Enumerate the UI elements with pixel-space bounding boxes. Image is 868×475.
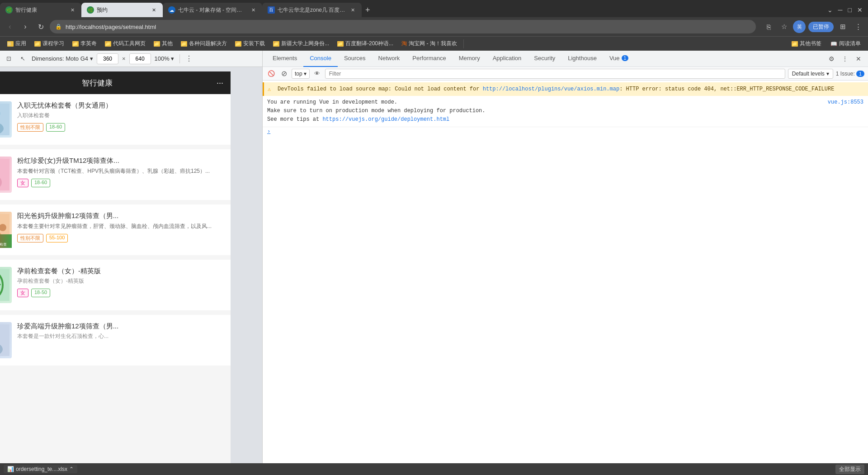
bookmark-button[interactable]: ☆	[778, 20, 790, 33]
tab-network[interactable]: Network	[372, 51, 406, 67]
info-line-3: See more tips at https://vuejs.org/guide…	[267, 115, 863, 124]
lock-icon: 🔒	[55, 24, 62, 30]
tab-zhixing[interactable]: 🌿 智行健康 ✕	[0, 3, 81, 17]
tab-security[interactable]: Security	[528, 51, 561, 67]
status-file[interactable]: 📊 ordersetting_te....xlsx ⌃	[4, 465, 77, 473]
list-item[interactable]: 粉红珍爱(女)升级TM12项筛查体... 本套餐针对宫颈（TCT检查、HPV乳头…	[0, 149, 231, 200]
tab-vue[interactable]: Vue 1	[603, 51, 635, 67]
console-expand-button[interactable]: ›	[263, 127, 868, 136]
tab-lighthouse[interactable]: Lighthouse	[561, 51, 603, 67]
list-item[interactable]: 入职无忧体检套餐（男女通用） 入职体检套餐 性别不限 18-60	[0, 94, 231, 145]
reload-button[interactable]: ↻	[34, 20, 47, 33]
deployment-link[interactable]: https://vuejs.org/guide/deployment.html	[322, 116, 449, 123]
list-item[interactable]: 珍爱高端升级肿瘤12项筛查（男... 本套餐是一款针对生化石顶检查，心...	[0, 315, 231, 366]
device-toolbar: ⊡ ↖ Dimensions: Moto G4 ▾ × 100% ▾ ⋮	[0, 51, 262, 67]
new-tab-button[interactable]: +	[362, 3, 374, 17]
tab-performance[interactable]: Performance	[406, 51, 452, 67]
zoom-dropdown-icon: ▾	[171, 55, 174, 62]
filter-button[interactable]: ⊘	[279, 69, 289, 79]
cast-button[interactable]: ⎘	[762, 20, 775, 33]
package-name-3: 阳光爸妈升级肿瘤12项筛查（男...	[17, 212, 223, 220]
bookmark-xinjiang[interactable]: 📁 新疆大学上网身份...	[269, 38, 333, 49]
address-bar[interactable]: 🔒 http://localhost/pages/setmeal.html	[50, 20, 756, 33]
bookmark-tools[interactable]: 📁 代码工具网页	[101, 38, 149, 49]
responsive-icon[interactable]: ⊡	[4, 54, 14, 63]
signed-in-button[interactable]: 已暂停	[808, 22, 834, 32]
devtools-more-button[interactable]: ⋮	[839, 53, 851, 65]
package-info-1: 入职无忧体检套餐（男女通用） 入职体检套餐 性别不限 18-60	[17, 101, 223, 138]
tab-title-4: 七牛云华北是zone几 百度搜索	[278, 6, 346, 14]
eye-button[interactable]: 👁	[312, 69, 322, 79]
svg-rect-4	[0, 159, 9, 190]
error-link[interactable]: http://localhost/plugins/vue/axios.min.m…	[483, 86, 619, 92]
tab-close-4[interactable]: ✕	[349, 6, 356, 14]
bookmark-taobao[interactable]: 淘 淘宝网 - 淘！我喜欢	[398, 38, 461, 49]
tab-close-2[interactable]: ✕	[150, 6, 157, 14]
package-sub-5: 本套餐是一款针对生化石顶检查，心...	[17, 332, 223, 340]
inspect-toggle[interactable]: ↖	[18, 54, 28, 63]
tab-console[interactable]: Console	[303, 51, 338, 67]
tab-close-3[interactable]: ✕	[250, 6, 257, 14]
tab-sources[interactable]: Sources	[338, 51, 372, 67]
package-info-3: 阳光爸妈升级肿瘤12项筛查（男... 本套餐主要针对常见肿瘤筛查，肝肾、颈动脉、…	[17, 212, 223, 248]
forward-button[interactable]: ›	[19, 20, 32, 33]
devtools-panel: Elements Console Sources Network Perform…	[262, 51, 868, 463]
tab-elements[interactable]: Elements	[266, 51, 303, 67]
bookmark-other[interactable]: 📁 其他	[150, 38, 176, 49]
filter-input[interactable]	[325, 69, 785, 79]
tab-qiniu2[interactable]: 百 七牛云华北是zone几 百度搜索 ✕	[262, 3, 362, 17]
profile-button[interactable]: 英	[793, 20, 806, 33]
dimension-separator: ×	[122, 55, 126, 62]
vue-source-link[interactable]: vue.js:8553	[828, 98, 863, 107]
bookmark-apps[interactable]: ⊞ 应用	[4, 38, 30, 49]
address-text: http://localhost/pages/setmeal.html	[66, 24, 156, 30]
restore-button[interactable]: □	[846, 5, 854, 15]
width-input[interactable]	[97, 53, 118, 64]
bookmark-other-bookmarks[interactable]: 📁 其他书签	[788, 38, 825, 49]
level-label: Default levels	[792, 71, 825, 77]
minimize-button[interactable]: ─	[836, 5, 844, 15]
package-image-4	[0, 267, 12, 303]
bookmark-courses[interactable]: 📁 课程学习	[31, 38, 68, 49]
devtools-settings-button[interactable]: ⚙	[826, 53, 837, 65]
tab-qiniu1[interactable]: ☁ 七牛云 - 对象存储 - 空间概览 ✕	[163, 3, 262, 17]
menu-button[interactable]: ⋮	[852, 20, 864, 33]
device-dropdown-icon: ▾	[90, 55, 93, 62]
level-selector[interactable]: Default levels ▾	[788, 69, 833, 79]
bookmark-baidu-trans[interactable]: 📁 百度翻译-200种语...	[334, 38, 397, 49]
tab-title-2: 预约	[97, 6, 147, 14]
tab-memory[interactable]: Memory	[453, 51, 486, 67]
clear-console-button[interactable]: 🚫	[266, 69, 276, 79]
issues-badge: 1	[856, 71, 864, 77]
tag-female-2: 女	[17, 179, 28, 187]
context-selector[interactable]: top ▾	[292, 69, 310, 79]
bookmark-li[interactable]: 📁 李英奇	[69, 38, 100, 49]
tab-close-1[interactable]: ✕	[69, 6, 76, 14]
more-options-button[interactable]: ⋮	[185, 54, 193, 63]
list-item[interactable]: 中老 优选 针对风湿·骨髓检查 阳光爸妈升级肿瘤12项筛查（男... 本套餐主要…	[0, 204, 231, 255]
tab-application[interactable]: Application	[486, 51, 528, 67]
list-item[interactable]: 孕前检查套餐（女）-精英版 孕前检查套餐（女）-精英版 女 18-50	[0, 260, 231, 310]
tab-list-button[interactable]: ⌄	[826, 5, 835, 15]
bookmark-reading-list[interactable]: 📖 阅读清单	[827, 38, 864, 49]
extensions-button[interactable]: ⊞	[836, 20, 849, 33]
xinjiang-folder-icon: 📁	[273, 41, 279, 47]
devtools-close-button[interactable]: ✕	[853, 53, 864, 65]
device-label: Dimensions: Moto G4	[32, 55, 88, 62]
bookmark-problems[interactable]: 📁 各种问题解决方	[177, 38, 231, 49]
height-input[interactable]	[129, 53, 151, 64]
device-selector[interactable]: Dimensions: Moto G4 ▾	[32, 55, 93, 62]
tab-title-1: 智行健康	[15, 6, 66, 14]
package-image-5	[0, 322, 12, 358]
bookmarks-separator	[463, 39, 464, 48]
toolbar-actions: ⎘ ☆ 英 已暂停 ⊞ ⋮	[762, 20, 864, 33]
zoom-selector[interactable]: 100% ▾	[155, 55, 175, 62]
close-window-button[interactable]: ✕	[855, 5, 864, 15]
back-button[interactable]: ‹	[4, 20, 16, 33]
app-more-button[interactable]: ···	[217, 78, 223, 88]
tab-yuyue[interactable]: 🌿 预约 ✕	[81, 3, 163, 17]
bookmark-install[interactable]: 📁 安装下载	[231, 38, 269, 49]
bookmarks-bar: ⊞ 应用 📁 课程学习 📁 李英奇 📁 代码工具网页 📁 其他 📁 各种问题解决…	[0, 36, 868, 51]
tag-gender-1: 性别不限	[17, 123, 43, 132]
show-all-button[interactable]: 全部显示	[835, 465, 864, 474]
